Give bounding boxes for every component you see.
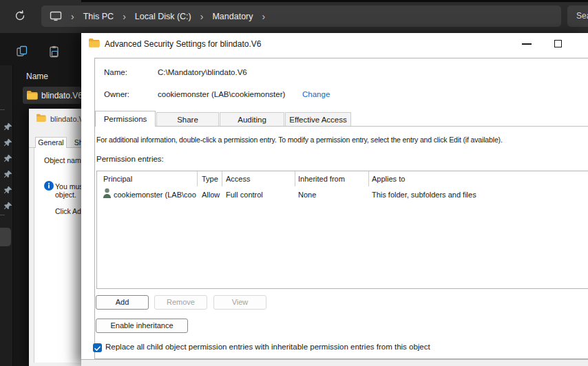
col-header-applies-to[interactable]: Applies to [372, 175, 405, 183]
add-button[interactable]: Add [96, 295, 149, 310]
enable-inheritance-button[interactable]: Enable inheritance [96, 319, 188, 333]
replace-permissions-label: Replace all child object permission entr… [105, 343, 430, 351]
info-icon [44, 181, 54, 191]
this-pc-icon [50, 11, 62, 21]
owner-value: cookiemonster (LAB\cookiemonster) [158, 90, 285, 98]
tab-auditing[interactable]: Auditing [220, 112, 284, 126]
owner-label: Owner: [104, 90, 129, 98]
column-header-name[interactable]: Name [26, 72, 48, 81]
refresh-icon [14, 10, 26, 22]
col-header-type[interactable]: Type [202, 175, 218, 183]
chevron-right-icon: › [123, 12, 126, 21]
object-name-label: Object name [44, 156, 81, 164]
rail-divider [0, 109, 5, 110]
column-separator[interactable] [368, 171, 369, 186]
paste-button[interactable] [48, 45, 61, 58]
breadcrumb-local-disk[interactable]: Local Disk (C:) [135, 12, 191, 21]
dialog-footer [81, 359, 588, 366]
name-value: C:\Mandatory\blindato.V6 [158, 68, 247, 76]
search-box-text: Sea [576, 11, 588, 21]
refresh-button[interactable] [14, 10, 28, 23]
permission-entries-table[interactable]: Principal Type Access Inherited from App… [96, 171, 588, 289]
properties-tab-page: Object name You mus object. Click Ad [34, 148, 81, 363]
paste-icon [48, 45, 61, 58]
properties-info-text: object. [55, 191, 76, 199]
chevron-right-icon: › [200, 12, 204, 21]
pin-icon[interactable] [3, 122, 12, 131]
nav-rail [0, 65, 13, 366]
copy-button[interactable] [16, 45, 28, 58]
cell-type[interactable]: Allow [202, 191, 220, 199]
chevron-right-icon: › [71, 12, 74, 21]
permission-entries-label: Permission entries: [96, 155, 164, 163]
cell-inherited-from[interactable]: None [298, 191, 316, 199]
col-header-access[interactable]: Access [226, 175, 250, 183]
permissions-description: For additional information, double-click… [96, 136, 503, 144]
cell-principal[interactable]: cookiemonster (LAB\cookiemo... [114, 191, 196, 199]
cell-access[interactable]: Full control [226, 191, 263, 199]
pin-icon[interactable] [3, 185, 12, 194]
properties-title: blindato.V [50, 115, 81, 123]
file-label: blindato.V6 [41, 91, 83, 100]
rail-divider [0, 215, 5, 215]
properties-info-text: Click Ad [55, 207, 81, 215]
tab-permissions[interactable]: Permissions [95, 111, 156, 127]
column-separator[interactable] [197, 171, 198, 186]
user-icon [103, 188, 112, 199]
column-separator[interactable] [295, 171, 295, 186]
col-header-inherited-from[interactable]: Inherited from [298, 175, 345, 183]
pin-icon[interactable] [3, 153, 12, 162]
tab-effective-access[interactable]: Effective Access [285, 112, 351, 126]
breadcrumb-this-pc[interactable]: This PC [83, 12, 114, 21]
properties-tab-sharing[interactable]: Sha [69, 138, 81, 147]
dialog-content-panel: Name: C:\Mandatory\blindato.V6 Owner: co… [94, 58, 588, 359]
maximize-icon [554, 40, 562, 47]
tab-share[interactable]: Share [156, 112, 219, 126]
search-box[interactable]: Sea [567, 6, 588, 27]
screen: › This PC › Local Disk (C:) › Mandatory … [0, 0, 588, 366]
folder-icon [88, 38, 100, 48]
view-button[interactable]: View [213, 295, 266, 310]
folder-icon [26, 90, 38, 100]
properties-tab-general[interactable]: General [35, 137, 67, 148]
properties-info-text: You mus [55, 182, 81, 191]
minimize-icon [522, 43, 532, 45]
dialog-title: Advanced Security Settings for blindato.… [105, 39, 261, 49]
file-row-blindato[interactable]: blindato.V6 [23, 87, 81, 104]
chevron-right-icon: › [262, 12, 266, 21]
remove-button[interactable]: Remove [154, 295, 207, 310]
copy-icon [16, 45, 28, 58]
maximize-button[interactable] [543, 33, 574, 55]
rail-selected-item[interactable] [0, 228, 11, 246]
folder-icon [36, 114, 46, 122]
replace-permissions-checkbox[interactable] [93, 343, 102, 352]
cell-applies-to[interactable]: This folder, subfolders and files [372, 191, 476, 199]
breadcrumb-mandatory[interactable]: Mandatory [212, 12, 253, 21]
pin-icon[interactable] [3, 201, 12, 210]
col-header-principal[interactable]: Principal [103, 175, 132, 183]
change-owner-link[interactable]: Change [302, 90, 330, 98]
window-edge [81, 0, 588, 2]
address-bar[interactable]: › This PC › Local Disk (C:) › Mandatory … [41, 6, 561, 27]
column-separator[interactable] [222, 171, 222, 186]
name-label: Name: [104, 68, 127, 76]
pin-icon[interactable] [3, 138, 12, 147]
pin-icon[interactable] [3, 169, 12, 178]
check-icon [93, 344, 102, 353]
properties-dialog: blindato.V General Sha Object name You m… [29, 109, 81, 366]
minimize-button[interactable] [511, 33, 543, 55]
explorer-topbar: › This PC › Local Disk (C:) › Mandatory … [0, 0, 588, 33]
advanced-security-dialog: Advanced Security Settings for blindato.… [81, 33, 588, 366]
